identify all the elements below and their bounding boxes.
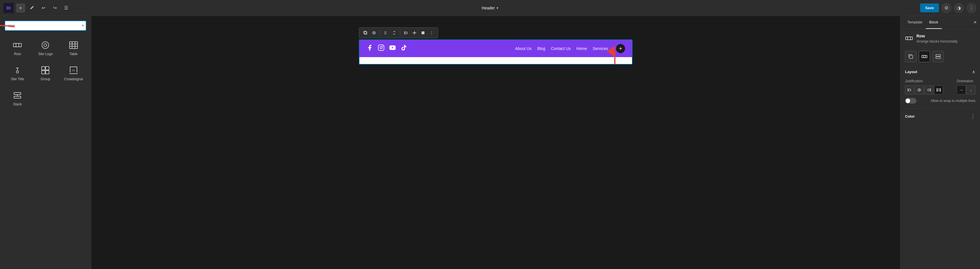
svg-point-29 (386, 32, 386, 33)
right-sidebar-close-button[interactable]: × (974, 19, 977, 26)
row-icon (12, 40, 22, 50)
header-white-bar (360, 57, 632, 64)
site-logo-label: Site Logo (38, 52, 53, 56)
canvas-wrapper: ⋮ (359, 27, 633, 64)
site-title-icon (12, 65, 22, 75)
svg-point-31 (386, 34, 386, 34)
svg-rect-46 (922, 55, 927, 58)
transform-icons (905, 51, 975, 62)
nav-links-group: About Us Blog Contact Us Home Services + (515, 44, 625, 53)
wrap-toggle-label: Allow to wrap to multiple lines (931, 99, 975, 103)
layout-section-title: Layout (905, 70, 917, 74)
settings-button[interactable]: ⚙ (941, 3, 951, 13)
transform-copy-button[interactable] (905, 51, 916, 62)
svg-rect-1 (13, 43, 21, 47)
block-item-stack[interactable]: Stack (5, 88, 30, 109)
save-button[interactable]: Save (920, 3, 939, 12)
justify-left-button[interactable] (905, 85, 914, 94)
svg-rect-45 (910, 55, 913, 59)
document-title[interactable]: About Us Header ▾ (482, 6, 498, 10)
svg-point-11 (16, 71, 19, 73)
nav-contact-us[interactable]: Contact Us (551, 46, 571, 51)
toolbar-right-actions: Save ⚙ ◑ ⋮ (920, 3, 977, 13)
undo-button[interactable]: ↩ (39, 3, 48, 13)
nav-about-us[interactable]: About Us (515, 46, 531, 51)
left-sidebar: row × (0, 16, 91, 269)
menu-button[interactable]: ☰ (62, 3, 71, 13)
crowdsignal-label: Crowdsignal (64, 77, 83, 81)
search-input[interactable]: row (5, 21, 86, 31)
block-item-table[interactable]: Table (61, 38, 86, 58)
nav-blog[interactable]: Blog (537, 46, 545, 51)
layout-collapse-button[interactable]: ∧ (972, 69, 975, 75)
close-button[interactable]: × (16, 3, 25, 13)
justify-center-button[interactable] (915, 85, 924, 94)
transform-row-button[interactable] (919, 51, 930, 62)
toolbar-more-button[interactable]: ⋮ (428, 29, 436, 37)
block-item-row[interactable]: Row (5, 38, 30, 58)
row-label: Row (14, 52, 21, 56)
block-info-title: Row (916, 34, 958, 38)
nav-home[interactable]: Home (576, 46, 587, 51)
toggle-knob (905, 99, 910, 103)
orient-down-button[interactable]: ↓ (966, 85, 975, 94)
orient-right-button[interactable]: → (957, 85, 966, 94)
svg-rect-6 (70, 42, 78, 48)
more-options-button[interactable]: ⋮ (966, 3, 977, 13)
instagram-icon (378, 44, 385, 53)
tiktok-icon (401, 44, 407, 53)
wrap-toggle-row: Allow to wrap to multiple lines (905, 98, 975, 104)
svg-rect-50 (936, 57, 940, 59)
toolbar-duplicate-button[interactable] (361, 29, 369, 37)
search-clear-button[interactable]: × (81, 23, 84, 28)
contrast-button[interactable]: ◑ (954, 3, 964, 13)
justification-buttons (905, 85, 943, 94)
block-info-icon (905, 34, 913, 44)
logo-button[interactable]: DI (3, 3, 14, 13)
toolbar-block-type-button[interactable] (419, 29, 427, 37)
svg-rect-59 (937, 89, 940, 91)
youtube-icon (389, 44, 396, 53)
orientation-group: Orientation → ↓ (957, 79, 975, 94)
block-item-group[interactable]: Group (32, 63, 58, 83)
redo-button[interactable]: ↪ (50, 3, 59, 13)
add-block-button[interactable]: + (616, 44, 625, 53)
svg-rect-33 (405, 32, 407, 34)
block-item-site-logo[interactable]: Site Logo (32, 38, 58, 58)
wrap-toggle[interactable] (905, 98, 916, 104)
color-section: Color ⋮ (905, 108, 975, 119)
svg-point-27 (386, 31, 386, 32)
brush-icon-button[interactable] (27, 3, 37, 13)
justify-right-button[interactable] (924, 85, 934, 94)
toolbar-ud-button[interactable] (390, 29, 398, 37)
justification-label: Justification (905, 79, 943, 83)
tab-template[interactable]: Template (904, 16, 926, 29)
nav-services[interactable]: Services (593, 46, 608, 51)
tab-block[interactable]: Block (926, 16, 942, 29)
color-more-button[interactable]: ⋮ (970, 113, 975, 119)
svg-rect-20 (14, 96, 21, 98)
transform-stack-button[interactable] (932, 51, 944, 62)
layout-controls-row: Justification (905, 79, 975, 94)
toolbar-move-button[interactable] (382, 29, 390, 37)
justify-fill-button[interactable] (934, 85, 943, 94)
block-item-crowdsignal[interactable]: <> Crowdsignal (61, 63, 86, 83)
toolbar-align-button[interactable] (370, 29, 378, 37)
canvas-area: ⋮ (91, 16, 900, 269)
svg-rect-19 (14, 93, 21, 94)
toolbar-left-button[interactable] (402, 29, 410, 37)
stack-label: Stack (13, 102, 22, 106)
block-item-site-title[interactable]: Site Title (5, 63, 30, 83)
stack-icon (12, 90, 22, 101)
color-section-header: Color ⋮ (905, 113, 975, 119)
main-layout: row × (0, 16, 980, 269)
crowdsignal-icon: <> (68, 65, 79, 75)
header-purple-bar: About Us Blog Contact Us Home Services + (360, 40, 632, 57)
toolbar-add-button[interactable] (410, 29, 418, 37)
block-info-description: Arrange blocks horizontally. (916, 39, 958, 43)
svg-point-4 (42, 42, 49, 48)
facebook-icon (366, 44, 373, 53)
svg-rect-56 (928, 89, 930, 91)
svg-rect-52 (908, 89, 911, 91)
orientation-buttons: → ↓ (957, 85, 975, 94)
